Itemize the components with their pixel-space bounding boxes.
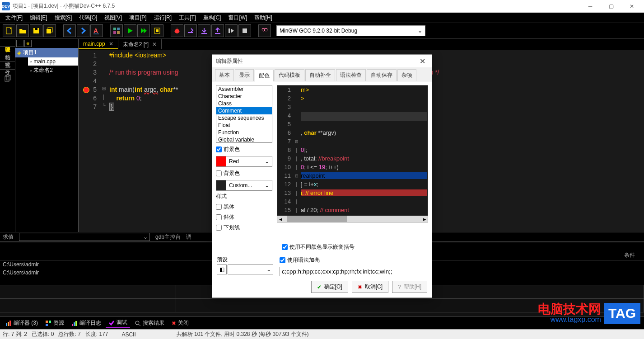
sidebar-tab-project[interactable]: 项目管理 — [0, 39, 15, 47]
sidebar-tab-files[interactable]: 文件 — [0, 62, 15, 70]
italic-checkbox[interactable] — [216, 214, 222, 220]
project-file-unnamed[interactable]: ▫ 未命名2 — [28, 66, 78, 75]
menu-refactor[interactable]: 重构[C] — [201, 13, 224, 23]
btab-log[interactable]: 编译日志 — [69, 318, 104, 328]
help-button[interactable]: ?帮助[H] — [392, 281, 427, 293]
menu-edit[interactable]: 编辑[E] — [27, 13, 50, 23]
file-tab-unnamed[interactable]: 未命名2 [*] ✕ — [118, 39, 162, 49]
dtab-autosave[interactable]: 自动保存 — [367, 69, 397, 81]
text-format-button[interactable]: A — [90, 24, 103, 37]
menu-project[interactable]: 项目[P] — [126, 13, 149, 23]
profile-button[interactable] — [258, 24, 271, 37]
copy-icon[interactable] — [0, 70, 15, 87]
open-file-button[interactable] — [16, 24, 29, 37]
run-button[interactable] — [137, 24, 150, 37]
fg-checkbox[interactable] — [216, 146, 222, 152]
dialog-tabs: 基本 显示 配色 代码模板 自动补全 语法检查 自动保存 杂项 — [212, 67, 432, 81]
gdb-tab2[interactable]: 调 — [186, 233, 191, 241]
grid-button[interactable] — [110, 24, 123, 37]
menu-search[interactable]: 搜索[S] — [52, 13, 75, 23]
fg-color-select[interactable]: Red⌄ — [216, 156, 272, 167]
cancel-button[interactable]: ✖取消[C] — [352, 281, 388, 293]
svg-rect-31 — [46, 324, 48, 326]
menu-code[interactable]: 代码[O] — [76, 13, 100, 23]
preset-select[interactable]: ⌄ — [228, 264, 273, 274]
compiler-select[interactable]: MinGW GCC 9.2.0 32-bit Debug ⌄ — [276, 25, 425, 36]
list-item[interactable]: Class — [216, 100, 272, 107]
stop-button[interactable] — [238, 24, 251, 37]
new-file-button[interactable] — [3, 24, 15, 37]
syntax-ext-input[interactable] — [280, 267, 427, 276]
list-item[interactable]: Character — [216, 93, 272, 100]
color-element-list[interactable]: Assembler Character Class Comment Escape… — [216, 85, 272, 143]
expand-button[interactable]: ⛯ — [24, 40, 32, 47]
compile-button[interactable] — [124, 24, 136, 37]
style-group-label: 样式 — [216, 193, 272, 200]
dtab-display[interactable]: 显示 — [235, 69, 254, 81]
list-item[interactable]: Assembler — [216, 85, 272, 93]
save-button[interactable] — [30, 24, 42, 37]
bold-checkbox[interactable] — [216, 204, 222, 210]
step-into-button[interactable] — [198, 24, 210, 37]
close-tab-icon[interactable]: ✕ — [109, 41, 113, 47]
btab-resource[interactable]: 资源 — [42, 318, 67, 328]
dtab-misc[interactable]: 杂项 — [397, 69, 416, 81]
project-root[interactable]: ◈ 项目1 — [15, 48, 78, 57]
gdb-console-tab[interactable]: gdb主控台 — [155, 233, 181, 241]
window-title: 项目1 - [项目1.dev] - 小熊猫Dev-C++ 6.7.5 — [13, 2, 580, 10]
save-all-button[interactable] — [43, 24, 56, 37]
debug-button[interactable] — [171, 24, 183, 37]
list-item-selected[interactable]: Comment — [216, 107, 272, 114]
list-item[interactable]: Global variable — [216, 136, 272, 143]
sidebar-tab-watch[interactable]: 监视 — [0, 54, 15, 62]
list-item[interactable]: Float — [216, 122, 272, 129]
dtab-syntax[interactable]: 语法检查 — [336, 69, 366, 81]
preview-scrollbar[interactable]: ◂▸ — [277, 216, 428, 222]
menu-file[interactable]: 文件[F] — [3, 13, 25, 23]
preset-icon-button[interactable]: ◧ — [217, 264, 227, 274]
preview-line: > — [301, 95, 304, 102]
bg-checkbox[interactable] — [216, 170, 222, 176]
file-tab-main[interactable]: main.cpp ✕ — [79, 39, 118, 49]
rebuild-button[interactable] — [151, 24, 163, 37]
list-item[interactable]: Function — [216, 129, 272, 136]
btab-label: 关闭 — [178, 319, 189, 327]
btab-search[interactable]: 搜索结果 — [132, 318, 167, 328]
forward-button[interactable] — [77, 24, 89, 37]
fold-handle[interactable]: ⊟ — [100, 84, 107, 93]
list-item[interactable]: Escape sequences — [216, 114, 272, 122]
project-panel: - ⛯ ◈ 项目1 ▫ main.cpp ▫ 未命名2 — [15, 39, 79, 232]
menu-help[interactable]: 帮助[H] — [252, 13, 275, 23]
ok-button[interactable]: ✔确定[O] — [311, 281, 348, 293]
menu-tools[interactable]: 工具[T] — [176, 13, 199, 23]
minimize-button[interactable]: ─ — [580, 1, 601, 11]
continue-button[interactable] — [225, 24, 238, 37]
btab-compiler[interactable]: 编译器 (3) — [3, 318, 41, 328]
back-button[interactable] — [63, 24, 76, 37]
close-button[interactable]: ✕ — [621, 1, 642, 11]
eval-combo[interactable]: ⌄ — [19, 233, 150, 241]
btab-debug[interactable]: 调试 — [106, 318, 130, 328]
eval-label: 求值 — [3, 233, 14, 241]
rainbow-checkbox[interactable] — [282, 244, 288, 250]
dtab-basic[interactable]: 基本 — [215, 69, 234, 81]
dtab-colors[interactable]: 配色 — [255, 70, 274, 81]
menu-view[interactable]: 视图[V] — [102, 13, 125, 23]
menu-window[interactable]: 窗口[W] — [225, 13, 250, 23]
step-out-button[interactable] — [211, 24, 224, 37]
btab-close[interactable]: ✖关闭 — [169, 318, 191, 328]
underline-checkbox[interactable] — [216, 225, 222, 231]
maximize-button[interactable]: ▢ — [601, 1, 621, 11]
sidebar-tab-structure[interactable]: 结构 — [0, 47, 15, 54]
menu-run[interactable]: 运行[R] — [151, 13, 174, 23]
dialog-close-button[interactable]: ✕ — [417, 57, 428, 66]
collapse-button[interactable]: - — [16, 40, 23, 47]
dtab-templates[interactable]: 代码模板 — [275, 69, 304, 81]
bg-color-select[interactable]: Custom...⌄ — [216, 180, 272, 191]
breakpoint-icon[interactable] — [83, 87, 89, 93]
step-over-button[interactable] — [184, 24, 197, 37]
syntax-checkbox[interactable] — [280, 257, 285, 263]
dtab-autocomplete[interactable]: 自动补全 — [305, 69, 335, 81]
close-tab-icon[interactable]: ✕ — [152, 41, 157, 47]
project-file-main[interactable]: ▫ main.cpp — [28, 57, 78, 66]
